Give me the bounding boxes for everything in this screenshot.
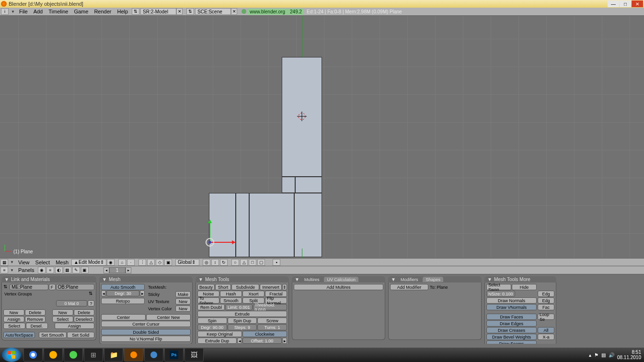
collapse-icon[interactable]: ▼ <box>10 268 14 272</box>
fac-button[interactable]: Fac <box>538 304 554 310</box>
hash-button[interactable]: Hash <box>220 291 242 297</box>
material-index[interactable]: 0 Mat 0 <box>56 300 87 306</box>
manipulator-toggle-icon[interactable]: ◎ <box>203 259 210 266</box>
system-tray[interactable]: ▴ ⚑ ▤ 🔊 8:51 08.11.2010 <box>586 350 644 360</box>
mat-select-button[interactable]: Select <box>52 316 73 322</box>
xsort-button[interactable]: Xsort <box>242 291 264 297</box>
screen-delete-button[interactable]: ✕ <box>176 8 183 15</box>
drawnormals-button[interactable]: Draw Normals <box>486 297 537 304</box>
select-face-icon[interactable]: ◇ <box>156 259 163 266</box>
manipulator-translate-icon[interactable]: ↕ <box>211 259 219 266</box>
degr-inc-button[interactable]: ▸ <box>140 290 145 296</box>
vg-assign-button[interactable]: Assign <box>3 316 24 322</box>
menu-game[interactable]: Game <box>74 9 88 14</box>
menu-timeline[interactable]: Timeline <box>48 9 68 14</box>
beauty-button[interactable]: Beauty <box>197 284 215 290</box>
screw-button[interactable]: Screw <box>257 317 287 324</box>
snap-target-icon[interactable]: □ <box>249 259 256 266</box>
close-button[interactable]: ✕ <box>632 0 643 7</box>
panel-arrow-icon[interactable]: ▼ <box>295 277 299 282</box>
hide-button[interactable]: Hide <box>512 284 537 290</box>
menu-render[interactable]: Render <box>94 9 111 14</box>
pivot-icon[interactable]: ⌂ <box>118 259 126 266</box>
screen-selector[interactable]: SR:2-Model <box>140 8 176 15</box>
degr-field[interactable]: Degr: 30 <box>106 290 139 296</box>
vg-remove-button[interactable]: Remove <box>25 316 46 322</box>
edg2-button[interactable]: Edg <box>538 297 554 304</box>
3d-viewport[interactable]: (1) Plane <box>0 16 644 258</box>
collapse-icon[interactable]: ▼ <box>10 260 14 264</box>
spin-button[interactable]: Spin <box>197 317 227 324</box>
taskbar-blender-icon[interactable] <box>124 348 143 362</box>
offset-dec-button[interactable]: ◂ <box>237 338 242 344</box>
start-button[interactable] <box>2 348 21 362</box>
tray-volume-icon[interactable]: 🔊 <box>609 352 614 358</box>
limit-field[interactable]: Limit: 0.001 <box>225 304 253 310</box>
vcol-new-button[interactable]: New <box>175 305 191 312</box>
ctx-editing-icon[interactable]: ✎ <box>72 267 80 273</box>
extrude-button[interactable]: Extrude <box>197 311 287 317</box>
scene-delete-button[interactable]: ✕ <box>231 8 237 15</box>
drawvnormals-button[interactable]: Draw VNormals <box>486 304 537 310</box>
doublesided-button[interactable]: Double Sided <box>101 329 191 335</box>
shading-icon[interactable]: ◉ <box>107 259 115 266</box>
add-multires-button[interactable]: Add Multires <box>294 284 383 290</box>
drawbweights-button[interactable]: Draw Bevel Weights <box>486 334 537 340</box>
drawcreases-button[interactable]: Draw Creases <box>486 327 537 333</box>
smooth-button[interactable]: Smooth <box>220 297 242 304</box>
manipulator-rotate-icon[interactable]: ↻ <box>220 259 228 266</box>
window-type-icon[interactable]: ▦ <box>0 259 8 266</box>
center-button[interactable]: Center <box>101 314 146 320</box>
minimize-button[interactable]: — <box>608 0 619 7</box>
clockwise-button[interactable]: Clockwise <box>242 331 287 337</box>
tab-shapes[interactable]: Shapes <box>423 277 443 282</box>
screen-browse-icon[interactable]: ⇅ <box>132 8 139 15</box>
drawfaces-button[interactable]: Draw Faces <box>486 314 537 320</box>
offset-inc-button[interactable]: ▸ <box>282 338 287 344</box>
mesh-face[interactable] <box>282 177 295 193</box>
blender-link[interactable]: www.blender.org <box>248 9 287 15</box>
menu-add[interactable]: Add <box>34 9 43 14</box>
taskbar-explorer-icon[interactable]: 📁 <box>104 348 123 362</box>
menu-select[interactable]: Select <box>35 260 50 265</box>
browse-icon[interactable]: ⇅ <box>89 291 94 297</box>
frame-prev-button[interactable]: ◂ <box>104 267 109 273</box>
edg-button[interactable]: Edg <box>538 291 554 297</box>
mesh-face[interactable] <box>282 57 322 177</box>
taskbar-app-icon[interactable] <box>44 348 63 362</box>
novnflip-button[interactable]: No V.Normal Flip <box>101 336 191 342</box>
frame-next-button[interactable]: ▸ <box>126 267 131 273</box>
taskbar-app-icon[interactable] <box>144 348 163 362</box>
frame-number[interactable]: 1 <box>109 267 126 273</box>
select-vertex-icon[interactable]: ⋮ <box>138 259 146 266</box>
mesh-face[interactable] <box>294 193 322 257</box>
maximize-button[interactable]: □ <box>620 0 631 7</box>
vg-delete-button[interactable]: Delete <box>25 309 46 316</box>
mesh-face[interactable] <box>249 193 294 257</box>
tray-flag-icon[interactable]: ⚑ <box>594 352 598 358</box>
mode-selector[interactable]: ▲ Edit Mode ⇕ <box>71 259 106 266</box>
retopo-button[interactable]: Retopo <box>101 298 145 304</box>
mesh-name-field[interactable]: ME:Plane <box>10 284 48 290</box>
mat-delete-button[interactable]: Delete <box>74 309 95 316</box>
proportional-icon[interactable]: ○ <box>231 259 239 266</box>
panel-arrow-icon[interactable]: ▼ <box>198 277 203 282</box>
panel-arrow-icon[interactable]: ▼ <box>4 277 9 282</box>
ctx-logic-icon[interactable]: ◉ <box>38 267 46 273</box>
window-type-icon[interactable]: i <box>1 8 9 15</box>
browse-icon[interactable]: ⇅ <box>3 284 9 290</box>
uvtex-new-button[interactable]: New <box>175 298 191 305</box>
ctx-object-icon[interactable]: ▦ <box>64 267 71 273</box>
menu-mesh[interactable]: Mesh <box>56 260 69 265</box>
snap-icon[interactable]: △ <box>240 259 248 266</box>
taskbar-photoshop-icon[interactable]: Ps <box>164 348 184 362</box>
setsolid-button[interactable]: Set Solid <box>67 332 94 338</box>
ctx-shading-icon[interactable]: ◐ <box>55 267 63 273</box>
remdoubl-button[interactable]: Rem Doubl <box>197 304 225 310</box>
mesh-face[interactable] <box>295 177 322 193</box>
mat-deselect-button[interactable]: Deselect <box>74 316 95 322</box>
fake-user-button[interactable]: F <box>49 284 56 290</box>
degr-dec-button[interactable]: ◂ <box>101 290 106 296</box>
pivot-toggle-icon[interactable]: · <box>127 259 135 266</box>
tab-uvcalc[interactable]: UV Calculation <box>324 277 358 282</box>
